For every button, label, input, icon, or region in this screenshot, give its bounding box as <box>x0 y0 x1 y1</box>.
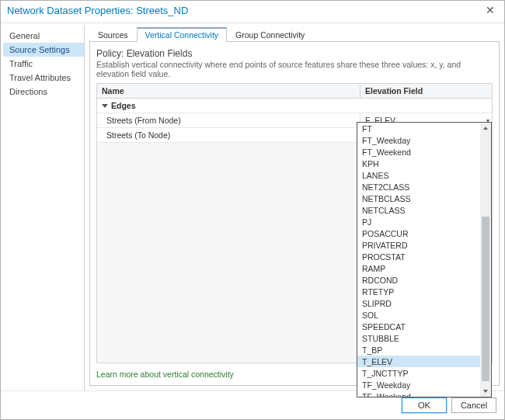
tabs-bar: Sources Vertical Connectivity Group Conn… <box>89 27 500 42</box>
dropdown-scrollbar[interactable] <box>480 123 491 397</box>
dropdown-item[interactable]: SPEEDCAT <box>357 321 480 332</box>
ok-button[interactable]: OK <box>402 397 447 413</box>
dialog-body: General Source Settings Traffic Travel A… <box>1 23 504 390</box>
dropdown-item[interactable]: RDCOND <box>357 274 480 286</box>
dropdown-list: FTFT_WeekdayFT_WeekendKPHLANESNET2CLASSN… <box>357 123 480 397</box>
sidebar-item-travel-attributes[interactable]: Travel Attributes <box>3 71 84 85</box>
window-title: Network Dataset Properties: Streets_ND <box>7 5 188 16</box>
row-name: Streets (From Node) <box>97 113 360 127</box>
scroll-thumb[interactable] <box>482 217 489 380</box>
dropdown-item[interactable]: KPH <box>357 158 480 169</box>
dropdown-item[interactable]: T_JNCTTYP <box>357 367 480 379</box>
row-name: Streets (To Node) <box>97 128 361 142</box>
scroll-up-button[interactable] <box>480 123 491 134</box>
scroll-track[interactable] <box>480 134 491 386</box>
dropdown-item[interactable]: NETBCLASS <box>357 193 480 204</box>
sidebar-nav: General Source Settings Traffic Travel A… <box>3 26 85 390</box>
triangle-down-icon <box>483 390 488 393</box>
sidebar-item-source-settings[interactable]: Source Settings <box>3 43 84 57</box>
dropdown-item[interactable]: PRIVATERD <box>357 239 480 251</box>
dropdown-item[interactable]: T_ELEV <box>357 356 480 367</box>
sidebar-item-directions[interactable]: Directions <box>3 85 84 99</box>
elevation-field-dropdown: FTFT_WeekdayFT_WeekendKPHLANESNET2CLASSN… <box>357 122 492 397</box>
triangle-up-icon <box>483 127 488 130</box>
dropdown-item[interactable]: STUBBLE <box>357 332 480 344</box>
grid-header: Name Elevation Field <box>96 83 493 99</box>
dropdown-item[interactable]: POSACCUR <box>357 227 480 239</box>
dropdown-item[interactable]: NET2CLASS <box>357 181 480 193</box>
tab-sources[interactable]: Sources <box>89 27 137 42</box>
title-bar: Network Dataset Properties: Streets_ND ✕ <box>1 1 504 23</box>
dropdown-item[interactable]: TF_Weekend <box>357 390 480 397</box>
tab-vertical-connectivity[interactable]: Vertical Connectivity <box>137 27 228 42</box>
dropdown-item[interactable]: PJ <box>357 216 480 227</box>
dropdown-item[interactable]: RTETYP <box>357 286 480 297</box>
sidebar-item-general[interactable]: General <box>3 29 84 43</box>
policy-title: Policy: Elevation Fields <box>96 48 493 59</box>
dropdown-item[interactable]: FT_Weekend <box>357 146 480 158</box>
main-panel: Sources Vertical Connectivity Group Conn… <box>85 26 504 390</box>
cancel-button[interactable]: Cancel <box>451 397 496 413</box>
dropdown-item[interactable]: NETCLASS <box>357 204 480 216</box>
dropdown-item[interactable]: TF_Weekday <box>357 379 480 390</box>
scroll-down-button[interactable] <box>480 386 491 397</box>
dropdown-item[interactable]: PROCSTAT <box>357 251 480 262</box>
dropdown-item[interactable]: RAMP <box>357 262 480 274</box>
dropdown-item[interactable]: LANES <box>357 169 480 181</box>
column-header-elevation-field[interactable]: Elevation Field <box>360 84 492 98</box>
tab-group-connectivity[interactable]: Group Connectivity <box>227 27 313 42</box>
group-row-edges[interactable]: Edges <box>97 99 492 113</box>
close-icon[interactable]: ✕ <box>482 4 498 16</box>
dropdown-item[interactable]: SOL <box>357 309 480 321</box>
group-label: Edges <box>111 101 136 110</box>
sidebar-item-traffic[interactable]: Traffic <box>3 57 84 71</box>
dropdown-item[interactable]: FT_Weekday <box>357 134 480 146</box>
tab-content: Policy: Elevation Fields Establish verti… <box>89 42 500 386</box>
dropdown-item[interactable]: FT <box>357 123 480 134</box>
dropdown-item[interactable]: SLIPRD <box>357 297 480 309</box>
dropdown-item[interactable]: T_BP <box>357 344 480 356</box>
chevron-down-icon <box>102 104 108 108</box>
column-header-name[interactable]: Name <box>97 84 360 98</box>
policy-description: Establish vertical connectivity where en… <box>96 60 493 78</box>
